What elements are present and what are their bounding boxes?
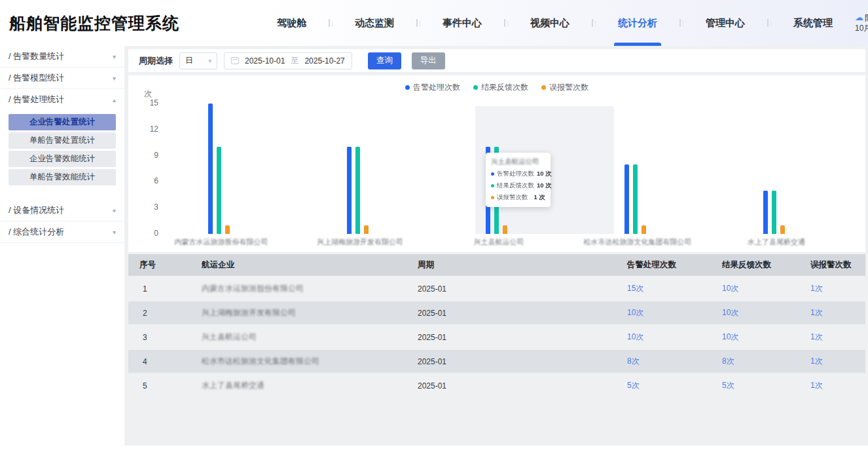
- sidebar-group-header-alarm-count-stats[interactable]: / 告警数量统计▾: [9, 46, 116, 67]
- cell-company: 兴土县航运公司: [200, 332, 416, 343]
- column-header-company: 航运企业: [200, 259, 416, 271]
- column-header-handled: 告警处理次数: [626, 259, 721, 271]
- y-axis-tick: 12: [128, 124, 158, 134]
- bar-handled[interactable]: [763, 191, 768, 234]
- cell-handled[interactable]: 5次: [626, 380, 721, 391]
- cell-feedback[interactable]: 10次: [721, 332, 809, 343]
- nav-item-system-management[interactable]: 系统管理: [771, 0, 855, 46]
- tooltip-value: 10 次: [537, 181, 552, 190]
- sidebar-item-enterprise-alarm-efficiency-stats[interactable]: 企业告警效能统计: [9, 151, 116, 167]
- tooltip-rows: 告警处理次数10 次结果反馈次数10 次误报警次数1 次: [491, 170, 545, 202]
- column-header-false: 误报警次数: [809, 259, 865, 271]
- tooltip-row: 误报警次数1 次: [491, 193, 545, 202]
- weather-date: 10月27日: [855, 23, 868, 33]
- bar-false_alarm[interactable]: [503, 225, 507, 234]
- date-range-picker[interactable]: 2025-10-01 至 2025-10-27: [224, 52, 352, 69]
- tooltip-value: 1 次: [534, 193, 545, 202]
- tooltip-label: 结果反馈次数: [497, 181, 534, 190]
- cell-feedback[interactable]: 8次: [721, 356, 809, 367]
- table-row: 3兴土县航运公司2025-0110次10次1次: [128, 326, 865, 349]
- bar-false_alarm[interactable]: [642, 225, 646, 234]
- nav-item-statistics-analysis[interactable]: 统计分析: [596, 0, 679, 46]
- legend-item-false_alarm[interactable]: 误报警次数: [541, 82, 588, 93]
- legend-dot-icon: [541, 85, 546, 90]
- tooltip-title: 兴土县航运公司: [491, 157, 545, 166]
- cloud-icon: ☁: [855, 12, 863, 22]
- column-header-feedback: 结果反馈次数: [721, 259, 809, 271]
- cell-index: 5: [128, 381, 200, 391]
- chevron-down-icon: ▾: [208, 58, 211, 64]
- cell-false_alarm[interactable]: 1次: [809, 307, 865, 318]
- tooltip-dot-icon: [491, 172, 494, 176]
- nav-item-event-center[interactable]: 事件中心: [420, 0, 504, 46]
- search-button[interactable]: 查询: [368, 52, 401, 69]
- legend-label: 结果反馈次数: [481, 82, 528, 93]
- app-title: 船舶智能监控管理系统: [0, 12, 179, 34]
- legend-item-feedback[interactable]: 结果反馈次数: [473, 82, 528, 93]
- bar-feedback[interactable]: [633, 164, 638, 234]
- top-header: 船舶智能监控管理系统 驾驶舱动态监测事件中心视频中心统计分析管理中心系统管理 ☁…: [0, 0, 868, 46]
- bar-handled[interactable]: [347, 147, 352, 234]
- sidebar-item-ship-alarm-disposal-stats[interactable]: 单船告警处置统计: [9, 132, 116, 149]
- cell-feedback[interactable]: 5次: [721, 380, 809, 391]
- chart-legend: 告警处理次数结果反馈次数误报警次数: [128, 82, 865, 93]
- column-header-index: 序号: [128, 259, 200, 271]
- bar-false_alarm[interactable]: [364, 225, 369, 234]
- period-select[interactable]: 日 ▾: [179, 52, 217, 69]
- cell-company: 松水市达松旅游文化集团有限公司: [200, 356, 416, 367]
- legend-label: 误报警次数: [549, 82, 588, 93]
- weather-temp: 阴7°C: [865, 13, 868, 22]
- cell-false_alarm[interactable]: 1次: [809, 283, 865, 294]
- cell-false_alarm[interactable]: 1次: [809, 332, 865, 343]
- sidebar-group-label: / 设备情况统计: [9, 204, 64, 216]
- sidebar-group-header-device-status-stats[interactable]: / 设备情况统计▾: [9, 200, 116, 221]
- legend-dot-icon: [405, 85, 410, 90]
- chevron-down-icon: ▾: [113, 75, 116, 82]
- period-select-label: 周期选择: [139, 55, 173, 67]
- footer-strip: [0, 446, 868, 458]
- bar-false_alarm[interactable]: [780, 225, 785, 234]
- weather-widget: ☁阴7°C 10月27日: [855, 12, 868, 33]
- bar-handled[interactable]: [624, 164, 629, 234]
- date-end-value[interactable]: 2025-10-27: [304, 56, 344, 66]
- legend-item-handled[interactable]: 告警处理次数: [405, 82, 460, 93]
- cell-false_alarm[interactable]: 1次: [809, 356, 865, 367]
- sidebar-group-header-alarm-handling-stats[interactable]: / 告警处理统计▴: [9, 89, 116, 110]
- nav-item-cockpit[interactable]: 驾驶舱: [255, 0, 329, 46]
- x-axis-label: 水上了县尾桥交通: [717, 237, 835, 247]
- active-tab-underline: [614, 43, 661, 46]
- bar-feedback[interactable]: [772, 191, 776, 234]
- sidebar-item-ship-alarm-efficiency-stats[interactable]: 单船告警效能统计: [9, 169, 116, 185]
- sidebar-group-header-comprehensive-analysis[interactable]: / 综合统计分析▾: [9, 221, 116, 242]
- chevron-down-icon: ▾: [113, 207, 116, 214]
- nav-item-video-center[interactable]: 视频中心: [508, 0, 592, 46]
- cell-index: 4: [128, 357, 200, 366]
- bar-chart: 告警处理次数结果反馈次数误报警次数 次 03691215内蒙古水运旅游股份有限公…: [128, 75, 865, 252]
- cell-handled[interactable]: 10次: [626, 332, 721, 343]
- sidebar-group-alarm-handling-stats: / 告警处理统计▴企业告警处置统计单船告警处置统计企业告警效能统计单船告警效能统…: [0, 89, 124, 193]
- cell-handled[interactable]: 15次: [626, 283, 721, 294]
- cell-handled[interactable]: 10次: [626, 307, 721, 318]
- bar-feedback[interactable]: [217, 147, 221, 234]
- chevron-down-icon: ▾: [113, 229, 116, 236]
- bar-feedback[interactable]: [355, 147, 360, 234]
- y-axis-tick: 3: [128, 202, 158, 212]
- sidebar-item-enterprise-alarm-disposal-stats[interactable]: 企业告警处置统计: [9, 114, 116, 130]
- tooltip-label: 告警处理次数: [497, 170, 534, 178]
- cell-feedback[interactable]: 10次: [721, 307, 809, 318]
- sidebar-group-header-alarm-model-stats[interactable]: / 告警模型统计▾: [9, 67, 116, 88]
- nav-item-management-center[interactable]: 管理中心: [683, 0, 767, 46]
- y-axis-tick: 15: [128, 98, 158, 107]
- table-body: 1内蒙古水运旅游股份有限公司2025-0115次10次1次2兴上湖梅旅游开发有限…: [128, 277, 865, 397]
- bar-handled[interactable]: [208, 104, 213, 234]
- cell-company: 内蒙古水运旅游股份有限公司: [200, 283, 416, 294]
- date-start-value[interactable]: 2025-10-01: [245, 56, 285, 66]
- table-row: 5水上了县尾桥交通2025-015次5次1次: [128, 374, 865, 397]
- export-button[interactable]: 导出: [412, 52, 445, 69]
- bar-false_alarm[interactable]: [225, 225, 230, 234]
- cell-false_alarm[interactable]: 1次: [809, 380, 865, 391]
- nav-item-dynamic-monitoring[interactable]: 动态监测: [333, 0, 416, 46]
- column-header-period: 周期: [416, 259, 626, 271]
- cell-handled[interactable]: 8次: [626, 356, 721, 367]
- cell-feedback[interactable]: 10次: [721, 283, 809, 294]
